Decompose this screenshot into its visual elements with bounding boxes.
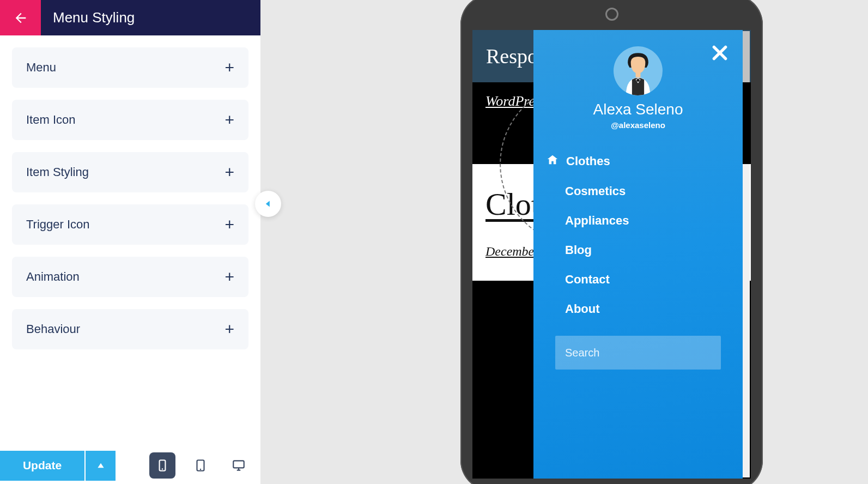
plus-icon: +	[224, 269, 234, 285]
section-trigger-icon[interactable]: Trigger Icon +	[12, 204, 248, 245]
section-item-icon[interactable]: Item Icon +	[12, 100, 248, 140]
device-desktop-button[interactable]	[226, 452, 252, 479]
device-mobile-button[interactable]	[149, 452, 175, 479]
menu-item-label: Contact	[565, 273, 610, 287]
update-caret-button[interactable]	[86, 451, 116, 481]
menu-item-blog[interactable]: Blog	[533, 235, 743, 265]
tablet-icon	[193, 458, 208, 473]
section-label: Trigger Icon	[26, 217, 90, 232]
offcanvas-items: Clothes Cosmetics Appliances Blog Contac…	[533, 146, 743, 324]
menu-item-label: Blog	[565, 243, 592, 257]
user-name: Alexa Seleno	[533, 101, 743, 118]
device-tablet-button[interactable]	[187, 452, 214, 479]
menu-item-label: Cosmetics	[565, 184, 626, 198]
plus-icon: +	[224, 164, 234, 180]
device-switcher	[149, 452, 252, 479]
plus-icon: +	[224, 112, 234, 128]
menu-item-label: About	[565, 302, 600, 316]
section-animation[interactable]: Animation +	[12, 257, 248, 297]
device-screen: Respo WordPre Clot December	[472, 30, 751, 479]
section-label: Item Styling	[26, 165, 89, 179]
menu-item-about[interactable]: About	[533, 294, 743, 324]
menu-item-appliances[interactable]: Appliances	[533, 206, 743, 235]
section-behaviour[interactable]: Behaviour +	[12, 309, 248, 349]
close-icon	[711, 44, 729, 62]
section-label: Menu	[26, 60, 56, 75]
menu-item-cosmetics[interactable]: Cosmetics	[533, 177, 743, 206]
offcanvas-search[interactable]	[555, 336, 721, 370]
svg-rect-9	[636, 72, 641, 77]
menu-item-label: Clothes	[566, 154, 610, 168]
back-button[interactable]	[0, 0, 41, 35]
section-menu[interactable]: Menu +	[12, 47, 248, 88]
menu-item-clothes[interactable]: Clothes	[533, 146, 743, 177]
menu-item-contact[interactable]: Contact	[533, 265, 743, 294]
device-camera	[605, 8, 618, 21]
mobile-icon	[155, 458, 169, 473]
plus-icon: +	[224, 216, 234, 233]
caret-left-icon	[264, 200, 272, 208]
settings-footer: Update	[0, 447, 260, 484]
collapse-panel-button[interactable]	[255, 191, 281, 217]
home-icon	[547, 154, 559, 169]
section-label: Item Icon	[26, 113, 75, 127]
user-avatar[interactable]	[614, 46, 663, 95]
update-button[interactable]: Update	[0, 451, 84, 481]
device-frame: Respo WordPre Clot December	[460, 0, 763, 484]
panel-title: Menu Styling	[53, 9, 135, 26]
settings-panel: Menu Styling Menu + Item Icon + Item Sty…	[0, 0, 260, 484]
accordion: Menu + Item Icon + Item Styling + Trigge…	[0, 35, 260, 447]
search-input[interactable]	[565, 347, 711, 359]
arrow-left-icon	[13, 10, 28, 26]
site-title: Respo	[486, 44, 538, 68]
desktop-icon	[232, 458, 246, 473]
settings-header: Menu Styling	[0, 0, 260, 35]
offcanvas-close-button[interactable]	[709, 42, 731, 64]
user-handle: @alexaseleno	[533, 120, 743, 130]
caret-up-icon	[97, 462, 105, 469]
offcanvas-menu: Alexa Seleno @alexaseleno Clothes Cosmet…	[533, 30, 743, 479]
menu-item-label: Appliances	[565, 214, 629, 228]
section-label: Animation	[26, 270, 80, 284]
avatar-icon	[618, 52, 658, 95]
plus-icon: +	[224, 321, 234, 337]
section-label: Behaviour	[26, 322, 80, 336]
svg-point-10	[636, 78, 640, 82]
section-item-styling[interactable]: Item Styling +	[12, 152, 248, 192]
svg-rect-4	[233, 461, 244, 468]
plus-icon: +	[224, 59, 234, 76]
